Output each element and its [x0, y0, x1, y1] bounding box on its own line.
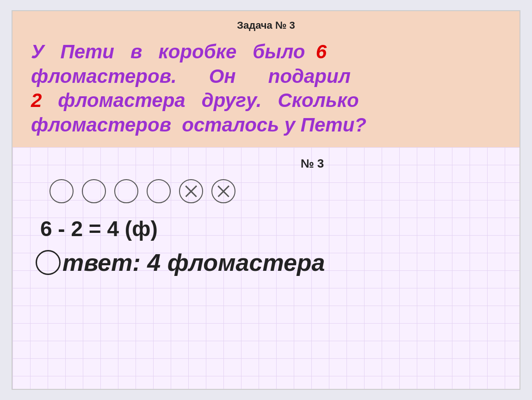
bottom-content: № 3 6 - 2 = 4 (ф) твет: 4 фломастера — [12, 147, 520, 286]
answer-text: твет: 4 фломастера — [62, 249, 325, 276]
task-text: У Пети в коробке было 6 фломастеров. Он … — [31, 40, 501, 137]
task-title: Задача № 3 — [31, 19, 501, 31]
answer-circle-o — [36, 250, 61, 275]
task-text-part3: фломастера другу. Сколько — [42, 89, 359, 111]
slide: Задача № 3 У Пети в коробке было 6 флома… — [12, 10, 520, 390]
task-number2: 2 — [31, 89, 42, 111]
circle-5-crossed — [179, 179, 203, 203]
equation: 6 - 2 = 4 (ф) — [40, 216, 496, 241]
task-text-part2: фломастеров. Он подарил — [31, 65, 351, 87]
circles-row — [49, 179, 496, 203]
number-label: № 3 — [128, 156, 496, 171]
circle-6-crossed — [211, 179, 235, 203]
circle-3 — [114, 179, 138, 203]
circle-2 — [82, 179, 106, 203]
top-section: Задача № 3 У Пети в коробке было 6 флома… — [12, 11, 520, 147]
task-text-part1: У Пети в коробке было — [31, 41, 316, 62]
task-number1: 6 — [316, 41, 327, 62]
answer: твет: 4 фломастера — [36, 249, 496, 276]
bottom-section: № 3 6 - 2 = 4 (ф) твет: 4 фломастера — [12, 147, 520, 389]
circle-4 — [147, 179, 171, 203]
circle-1 — [49, 179, 74, 203]
task-text-part4: фломастеров осталось у Пети? — [31, 114, 366, 136]
